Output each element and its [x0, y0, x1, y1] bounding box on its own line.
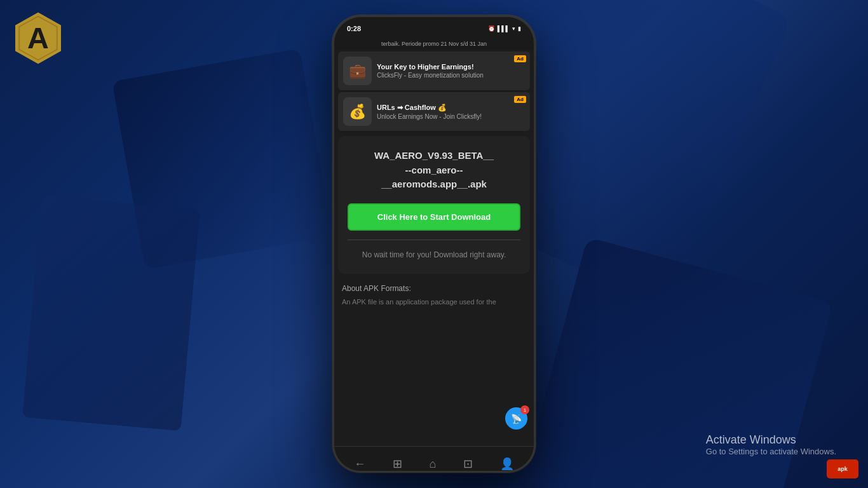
ad-2-title: URLs ➡ Cashflow 💰 [377, 104, 482, 112]
logo: A [10, 10, 73, 73]
about-apk-section: About APK Formats: An APK file is an app… [334, 279, 534, 313]
phone-screen: 💼 Your Key to Higher Earnings! ClicksFly… [334, 50, 534, 446]
ad-2-badge: Ad [514, 96, 526, 103]
nav-files-icon[interactable]: ⊡ [463, 457, 473, 471]
nav-back-icon[interactable]: ← [354, 458, 365, 471]
download-button[interactable]: Click Here to Start Download [348, 203, 520, 231]
ad-2-icon: 💰 [343, 97, 372, 126]
about-apk-title: About APK Formats: [342, 284, 526, 293]
divider [348, 240, 520, 240]
about-apk-text: An APK file is an application package us… [342, 297, 526, 308]
ad-1-badge: Ad [514, 55, 526, 62]
float-badge: 1 [520, 405, 529, 414]
battery-icon: ▮ [518, 25, 521, 32]
activate-windows-title: Activate Windows [706, 433, 836, 447]
ad-2-text: URLs ➡ Cashflow 💰 Unlock Earnings Now - … [377, 104, 482, 120]
activate-windows-subtitle: Go to Settings to activate Windows. [706, 447, 836, 456]
status-icons: ⏰ ▌▌▌ ▾ ▮ [488, 25, 521, 32]
float-icon: 📡 [511, 414, 522, 424]
ad-2-subtitle: Unlock Earnings Now - Join Clicksfly! [377, 113, 482, 120]
signal-icon: ▌▌▌ [498, 25, 510, 32]
wifi-icon: ▾ [512, 25, 515, 32]
ad-banner-1[interactable]: 💼 Your Key to Higher Earnings! ClicksFly… [338, 51, 530, 90]
ad-banner-2[interactable]: 💰 URLs ➡ Cashflow 💰 Unlock Earnings Now … [338, 92, 530, 131]
file-name: WA_AERO_V9.93_BETA__--com_aero--__aeromo… [348, 149, 520, 192]
phone-time: 0:28 [347, 25, 361, 32]
no-wait-text: No wait time for you! Download right awa… [348, 249, 520, 261]
phone-notch [409, 17, 459, 30]
activate-windows-watermark: Activate Windows Go to Settings to activ… [706, 433, 836, 456]
alarm-icon: ⏰ [488, 25, 495, 32]
bg-shape-4 [22, 196, 200, 431]
svg-text:A: A [27, 22, 49, 55]
ad-1-subtitle: ClicksFly - Easy monetization solution [377, 72, 484, 79]
phone-mockup: 0:28 ⏰ ▌▌▌ ▾ ▮ terbaik. Periode promo 21… [332, 15, 536, 473]
download-card: WA_AERO_V9.93_BETA__--com_aero--__aeromo… [338, 136, 530, 274]
ad-1-title: Your Key to Higher Earnings! [377, 63, 484, 71]
phone-status-bar: 0:28 ⏰ ▌▌▌ ▾ ▮ [334, 17, 534, 39]
nav-profile-icon[interactable]: 👤 [500, 457, 514, 471]
ad-1-icon: 💼 [343, 57, 372, 85]
corner-brand-icon: apk [827, 459, 858, 478]
nav-tabs-icon[interactable]: ⊞ [393, 457, 402, 471]
phone-container: 0:28 ⏰ ▌▌▌ ▾ ▮ terbaik. Periode promo 21… [332, 15, 536, 473]
phone-bottom-nav: ← ⊞ ⌂ ⊡ 👤 [334, 446, 534, 473]
ad-1-text: Your Key to Higher Earnings! ClicksFly -… [377, 63, 484, 79]
notification-text: terbaik. Periode promo 21 Nov s/d 31 Jan [334, 39, 534, 50]
float-action-button[interactable]: 📡 1 [505, 407, 527, 430]
nav-home-icon[interactable]: ⌂ [430, 458, 437, 471]
